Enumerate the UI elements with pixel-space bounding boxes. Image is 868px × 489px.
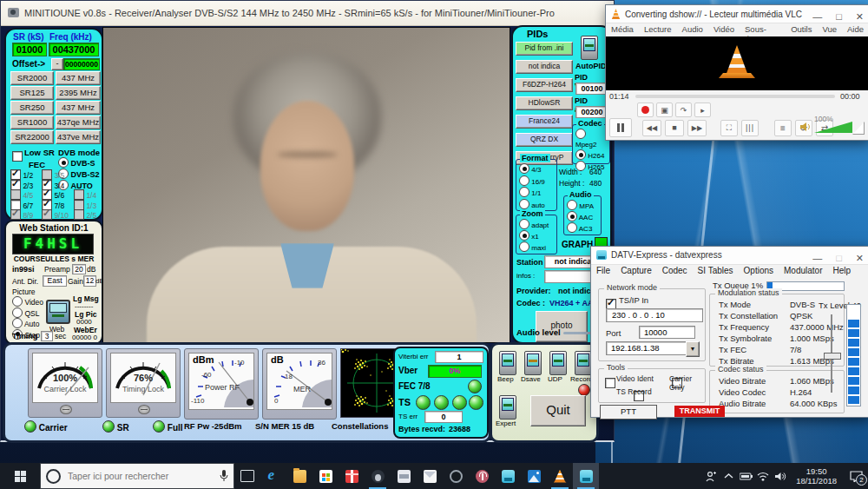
record-switch[interactable] (575, 351, 592, 375)
menu-item[interactable]: Modulator (779, 264, 827, 278)
people-icon[interactable] (702, 463, 720, 489)
menu-item[interactable]: Média (606, 23, 639, 36)
radio-icon[interactable] (519, 219, 529, 229)
menu-item[interactable]: Vue (817, 23, 842, 36)
pid-preset-button[interactable]: not indica (516, 60, 573, 74)
wifi-icon[interactable] (754, 463, 772, 489)
taskbar-app[interactable] (365, 463, 391, 489)
picture-mode-option[interactable]: QSL (12, 307, 43, 319)
checkbox-icon[interactable] (42, 209, 52, 220)
dsave-switch[interactable] (524, 351, 542, 375)
vlc-titlebar[interactable]: Converting dshow:// - Lecteur multimédia… (606, 5, 868, 23)
radio-icon[interactable] (519, 230, 529, 241)
fec-option[interactable]: 2/3 (10, 180, 42, 190)
fec-option[interactable]: 1/3 (74, 200, 96, 210)
quit-button[interactable]: Quit (530, 395, 586, 426)
fec-option[interactable]: 9/10 (42, 209, 75, 220)
pause-button[interactable] (609, 118, 632, 137)
gain-field[interactable]: 12 (83, 275, 96, 287)
minitioune-titlebar[interactable]: MINITIOUNE v0.8s - Receiver/Analyser DVB… (1, 1, 614, 26)
pid-preset-button[interactable]: QRZ DX (516, 133, 573, 147)
autopid-switch[interactable] (581, 36, 598, 60)
ptt-button[interactable]: PTT (600, 405, 657, 420)
checkbox-icon[interactable] (74, 200, 84, 210)
pid-video-field[interactable]: 00100 (575, 83, 608, 95)
fec-option[interactable]: 2/5 (74, 209, 96, 220)
equalizer-button[interactable]: ||| (741, 120, 759, 136)
audio-option[interactable]: AC3 (567, 222, 599, 234)
pid-audio-field[interactable]: 00200 (575, 106, 608, 118)
freq-preset-button[interactable]: 437 MHz (56, 71, 101, 85)
radio-icon[interactable] (12, 296, 23, 307)
udp-switch[interactable] (549, 351, 567, 375)
record-button[interactable] (637, 102, 654, 117)
sr-preset-button[interactable]: SR1000 (10, 116, 54, 129)
checkbox-icon[interactable] (74, 209, 84, 220)
tx-level-slider[interactable] (831, 314, 832, 393)
fec-option[interactable]: 4/5 (10, 189, 42, 200)
codec-option[interactable]: Mpeg2 (575, 129, 608, 149)
chevron-up-icon[interactable] (720, 463, 737, 489)
taskbar-app[interactable] (312, 463, 339, 489)
preamp-field[interactable]: 20 (72, 264, 86, 274)
radio-icon[interactable] (519, 175, 529, 186)
fec-option[interactable]: 1/4 (74, 189, 96, 200)
loop-ab-button[interactable]: ↷ (675, 102, 692, 117)
menu-item[interactable]: Lecture (639, 23, 677, 36)
taskbar-app[interactable] (573, 463, 599, 489)
taskbar-app[interactable] (443, 463, 469, 489)
task-view-button[interactable] (234, 463, 260, 489)
menu-item[interactable]: Options (739, 264, 779, 278)
menu-item[interactable]: File (591, 264, 615, 278)
menu-item[interactable]: Vidéo (708, 23, 740, 36)
freq-preset-button[interactable]: 437 MHz (56, 101, 101, 115)
seek-bar[interactable] (635, 95, 835, 98)
checkbox-icon[interactable] (74, 189, 84, 200)
next-button[interactable]: ▶▶ (687, 120, 707, 136)
menu-item[interactable]: Sous-titres (740, 23, 786, 36)
ip-field[interactable]: 230 . 0 . 0 . 10 (606, 308, 703, 322)
menu-item[interactable]: Help (828, 264, 857, 278)
audio-option[interactable]: MPA (567, 200, 599, 211)
radio-icon[interactable] (519, 187, 529, 197)
web-button[interactable] (46, 300, 70, 324)
zoom-option[interactable]: x1 (519, 230, 555, 241)
playlist-button[interactable]: ≡ (774, 120, 792, 136)
menu-item[interactable]: Codec (657, 264, 693, 278)
taskbar-app[interactable] (391, 463, 417, 489)
taskbar-app[interactable] (469, 463, 495, 489)
freq-input[interactable]: 00437000 (49, 43, 99, 56)
checkbox-icon[interactable] (10, 209, 21, 220)
taskbar-app[interactable] (547, 463, 573, 489)
zoom-option[interactable]: maxi (519, 241, 555, 253)
checkbox-icon[interactable] (10, 189, 21, 200)
dvb-mode-option[interactable]: DVB-S (58, 157, 100, 169)
radio-icon[interactable] (575, 129, 586, 139)
sr-preset-button[interactable]: SR2000 (10, 71, 54, 85)
fec-option[interactable]: 8/9 (10, 209, 42, 220)
stop-button[interactable]: ■ (665, 120, 684, 136)
menu-item[interactable]: Audio (677, 23, 708, 36)
format-option[interactable]: auto (519, 199, 555, 211)
radio-icon[interactable] (567, 200, 577, 210)
radio-icon[interactable] (567, 211, 577, 221)
radio-icon[interactable] (12, 318, 23, 328)
datv-titlebar[interactable]: DATV-Express - datvexpress —□✕ (591, 247, 868, 265)
chevron-down-icon[interactable]: ▼ (686, 341, 700, 357)
ant-dir-field[interactable]: East (43, 275, 67, 287)
pid-preset-button[interactable]: France24 (516, 115, 573, 129)
checkbox-icon[interactable] (10, 180, 21, 190)
sr-preset-button[interactable]: SR125 (10, 86, 54, 100)
sr-input[interactable]: 01000 (12, 43, 47, 56)
radio-icon[interactable] (519, 199, 529, 209)
photo-button[interactable]: photo (536, 311, 588, 342)
pid-preset-button[interactable]: Pid from .ini (516, 42, 573, 56)
taskbar-app[interactable] (339, 463, 365, 489)
freq-preset-button[interactable]: 437qe MHz (56, 116, 101, 129)
sr-preset-button[interactable]: SR22000 (10, 130, 54, 144)
radio-icon[interactable] (567, 222, 577, 233)
radio-icon[interactable] (519, 163, 529, 174)
port-field[interactable]: 10000 (639, 326, 695, 339)
offset-input[interactable]: 00000000 (63, 58, 100, 70)
taskbar-clock[interactable]: 19:5018/11/2018 (789, 466, 844, 486)
